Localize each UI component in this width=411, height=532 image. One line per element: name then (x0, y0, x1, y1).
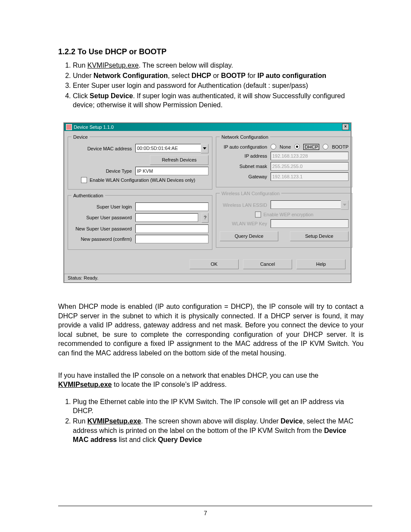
ip-label: IP address (220, 153, 267, 159)
device-type-label: Device Type (72, 168, 132, 174)
radio-dhcp[interactable] (294, 144, 300, 149)
mac-input[interactable] (135, 144, 201, 152)
essid-label: Wireless LAN ESSID (220, 202, 267, 208)
mac-label: Device MAC address (72, 146, 132, 151)
radio-none[interactable] (271, 144, 276, 149)
cancel-button[interactable]: Cancel (243, 259, 292, 269)
confirm-password-label: New password (confirm) (72, 236, 132, 242)
wepkey-label: WLAN WEP Key (220, 221, 267, 226)
device-setup-dialog: Device Setup 1.1.0 × Device Device MAC a… (64, 123, 351, 283)
status-bar: Status: Ready. (64, 274, 351, 282)
query-device-button[interactable]: Query Device (220, 231, 278, 241)
auth-legend: Authentication (72, 193, 105, 198)
essid-input (271, 200, 341, 209)
password-label: Super User password (72, 215, 132, 220)
radio-bootp[interactable] (323, 144, 328, 149)
instructions-list-2: Plug the Ethernet cable into the IP KVM … (58, 397, 364, 445)
footer-divider (58, 506, 372, 506)
device-legend: Device (72, 134, 90, 140)
step-3: Enter Super user login and password for … (73, 81, 364, 90)
wlan-legend: Wireless LAN Configuration (220, 191, 281, 196)
gateway-label: Gateway (220, 174, 267, 179)
section-title: 1.2.2 To Use DHCP or BOOTP (58, 47, 364, 56)
dialog-titlebar[interactable]: Device Setup 1.1.0 × (64, 123, 351, 131)
wep-enable-checkbox (255, 212, 261, 218)
radio-bootp-label: BOOTP (332, 144, 349, 149)
dialog-title: Device Setup 1.1.0 (74, 124, 114, 130)
auth-group: Authentication Super User login Super Us… (68, 193, 212, 250)
mac-dropdown-button[interactable] (201, 144, 209, 153)
chevron-down-icon (343, 204, 346, 206)
ok-button[interactable]: OK (190, 259, 239, 269)
app-icon (66, 124, 72, 130)
login-input[interactable] (135, 202, 209, 211)
confirm-password-input[interactable] (135, 235, 209, 243)
wep-enable-label: Enable WEP encryption (264, 212, 314, 217)
wlan-enable-checkbox[interactable] (81, 177, 87, 183)
refresh-devices-button[interactable]: Refresh Devices (150, 155, 209, 165)
mask-input (271, 162, 349, 171)
setup-device-button[interactable]: Setup Device (290, 231, 349, 241)
step-1: Run KVMIPsetup.exe. The screen below wil… (73, 61, 364, 70)
locate-explainer: If you have installed the IP console on … (58, 371, 364, 389)
dhcp-explainer: When DHCP mode is enabled (IP auto confi… (58, 302, 364, 358)
close-icon[interactable]: × (342, 124, 349, 130)
step2-1: Plug the Ethernet cable into the IP KVM … (73, 397, 364, 416)
essid-combo (271, 200, 349, 210)
login-label: Super User login (72, 204, 132, 209)
gateway-input (271, 172, 349, 181)
essid-dropdown-button (341, 200, 349, 210)
network-group: Network Configuration IP auto configurat… (216, 134, 352, 187)
mask-label: Subnet mask (220, 164, 267, 169)
new-password-input[interactable] (135, 224, 209, 233)
step-2: Under Network Configuration, select DHCP… (73, 71, 364, 81)
instructions-list: Run KVMIPsetup.exe. The screen below wil… (58, 61, 364, 110)
wepkey-input (271, 219, 349, 228)
step2-2: Run KVMIPsetup.exe. The screen shown abo… (73, 417, 364, 445)
wlan-group: Wireless LAN Configuration Wireless LAN … (216, 191, 352, 248)
chevron-down-icon (203, 147, 206, 149)
wlan-enable-label: Enable WLAN Configuration (WLAN Devices … (90, 177, 195, 183)
device-group: Device Device MAC address Refresh Device… (68, 134, 212, 190)
new-password-label: New Super User password (72, 226, 132, 231)
mac-combo[interactable] (135, 144, 209, 153)
network-legend: Network Configuration (220, 134, 270, 140)
help-button[interactable]: Help (296, 259, 346, 269)
radio-none-label: None (280, 144, 291, 149)
device-type-input[interactable] (135, 167, 209, 175)
radio-dhcp-label: DHCP (303, 144, 319, 150)
password-input[interactable] (135, 213, 198, 222)
password-help-button[interactable]: ? (202, 213, 209, 223)
ip-input (271, 152, 349, 160)
step-4: Click Setup Device. If super login was a… (73, 91, 364, 110)
ip-auto-label: IP auto configuration (220, 144, 267, 149)
page-number: 7 (0, 510, 411, 516)
